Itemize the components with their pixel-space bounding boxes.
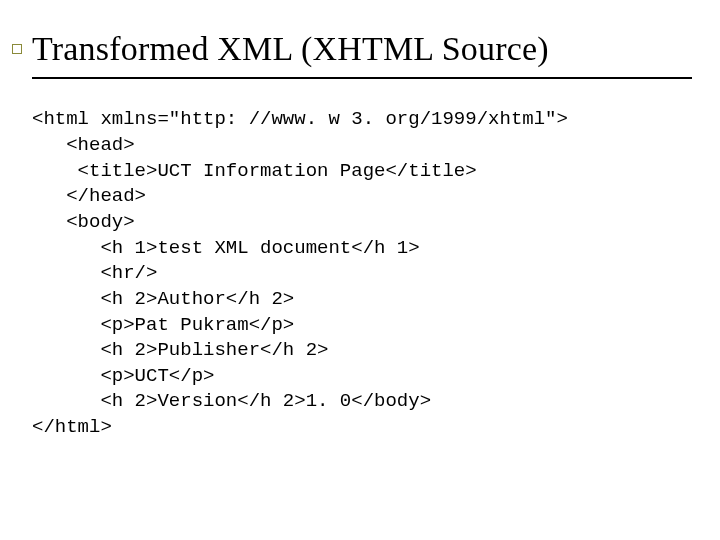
title-bullet-icon <box>12 44 22 54</box>
code-line: <p>Pat Pukram</p> <box>32 314 294 336</box>
slide: Transformed XML (XHTML Source) <html xml… <box>0 0 720 540</box>
code-line: <hr/> <box>32 262 157 284</box>
code-line: <h 2>Publisher</h 2> <box>32 339 328 361</box>
code-line: <body> <box>32 211 135 233</box>
code-line: <head> <box>32 134 135 156</box>
code-line: <p>UCT</p> <box>32 365 214 387</box>
code-line: <h 2>Author</h 2> <box>32 288 294 310</box>
code-line: <title>UCT Information Page</title> <box>32 160 477 182</box>
code-line: <h 2>Version</h 2>1. 0</body> <box>32 390 431 412</box>
slide-title: Transformed XML (XHTML Source) <box>32 30 692 67</box>
code-line: </html> <box>32 416 112 438</box>
title-underline: Transformed XML (XHTML Source) <box>32 30 692 79</box>
code-block: <html xmlns="http: //www. w 3. org/1999/… <box>32 107 692 440</box>
code-line: <h 1>test XML document</h 1> <box>32 237 420 259</box>
code-line: </head> <box>32 185 146 207</box>
code-line: <html xmlns="http: //www. w 3. org/1999/… <box>32 108 568 130</box>
